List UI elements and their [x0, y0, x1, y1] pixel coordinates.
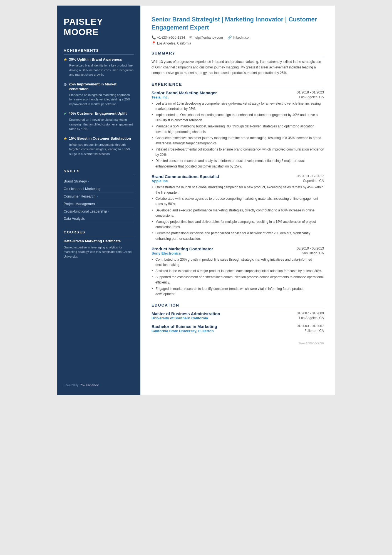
main-content: Senior Brand Strategist | Marketing Inno… [140, 6, 335, 395]
edu-date: 01/2003 - 01/2007 [297, 324, 324, 329]
exp-company: Tesla, Inc. [152, 95, 169, 99]
skill-label: Consumer Research [64, 194, 96, 198]
bullet-item: Orchestrated the launch of a global mark… [152, 185, 324, 195]
education-section: EDUCATION Master of Business Administrat… [152, 303, 324, 333]
summary-text: With 13 years of progressive experience … [152, 59, 324, 76]
exp-company: Apple Inc. [152, 179, 169, 183]
achievement-title-text: 15% Boost in Customer Satisfaction [69, 136, 131, 141]
experience-list: Senior Brand Marketing Manager 01/2018 -… [152, 90, 324, 297]
bullet-item: Supported the establishment of a streaml… [152, 275, 324, 285]
edu-date: 01/2007 - 01/2009 [297, 311, 324, 316]
exp-job-title: Senior Brand Marketing Manager [152, 90, 217, 95]
exp-job-title: Product Marketing Coordinator [152, 246, 213, 251]
enhancv-icon [80, 383, 85, 387]
achievement-item: ⊙ 25% Improvement in Market Penetration … [64, 82, 134, 106]
edu-row: California State University, Fullerton F… [152, 329, 324, 333]
email-item: ✉ help@enhancv.com [189, 35, 223, 40]
exp-header: Brand Communications Specialist 06/2013 … [152, 174, 324, 179]
location-icon: 📍 [152, 41, 156, 45]
location-text: Los Angeles, California [157, 41, 191, 45]
skill-label: Omnichannel Marketing [64, 187, 100, 191]
exp-bullets: Contributed to a 20% growth in product l… [152, 257, 324, 297]
resume-container: PAISLEY MOORE ACHIEVEMENTS ★ 30% Uplift … [57, 6, 335, 395]
skills-section: SKILLS Brand Strategy·Omnichannel Market… [64, 169, 134, 222]
bullet-item: Conducted extensive customer journey map… [152, 135, 324, 146]
achievement-title-text: 25% Improvement in Market Penetration [69, 82, 134, 92]
name-block: PAISLEY MOORE [64, 17, 134, 37]
exp-location: Cupertino, CA [303, 179, 324, 183]
job-title: Senior Brand Strategist | Marketing Inno… [152, 16, 324, 31]
phone-text: +1-(234)-555-1234 [157, 36, 185, 40]
achievement-item: ★ 15% Boost in Customer Satisfaction Inf… [64, 136, 134, 156]
powered-label: Powered by [64, 384, 78, 387]
linkedin-icon: 🔗 [227, 35, 232, 40]
summary-title: SUMMARY [152, 51, 324, 57]
education-list: Master of Business Administration 01/200… [152, 311, 324, 333]
phone-icon: 📞 [152, 35, 156, 40]
courses-title: COURSES [64, 230, 134, 236]
edu-header: Master of Business Administration 01/200… [152, 311, 324, 316]
experience-title: EXPERIENCE [152, 82, 324, 88]
summary-section: SUMMARY With 13 years of progressive exp… [152, 51, 324, 76]
achievement-item: ★ 30% Uplift in Brand Awareness Revitali… [64, 57, 134, 77]
achievement-desc: Pioneered an integrated marketing approa… [64, 93, 134, 107]
achievement-desc: Revitalized brand identity for a key pro… [64, 63, 134, 77]
bullet-item: Implemented an Omnichannel marketing cam… [152, 112, 324, 123]
exp-company: Sony Electronics [152, 251, 181, 255]
edu-school: University of Southern California [152, 316, 208, 320]
powered-by-section: Powered by Enhancv [64, 378, 134, 387]
skill-item: Cross-functional Leadership· [64, 208, 134, 215]
skill-dot: · [97, 202, 98, 206]
job-title-block: Senior Brand Strategist | Marketing Inno… [152, 16, 324, 31]
exp-date: 01/2018 - 01/2023 [297, 90, 324, 94]
exp-job-title: Brand Communications Specialist [152, 174, 219, 179]
exp-company-row: Sony Electronics San Diego, CA [152, 251, 324, 255]
achievements-title: ACHIEVEMENTS [64, 48, 134, 55]
exp-date: 06/2013 - 12/2017 [297, 174, 324, 178]
achievement-title-text: 40% Customer Engagement Uplift [69, 111, 127, 116]
linkedin-item: 🔗 linkedin.com [227, 35, 252, 40]
skills-list: Brand Strategy·Omnichannel Marketing·Con… [64, 178, 134, 222]
exp-header: Senior Brand Marketing Manager 01/2018 -… [152, 90, 324, 95]
edu-degree: Bachelor of Science in Marketing [152, 324, 217, 329]
bullet-item: Cultivated professional expertise and pe… [152, 231, 324, 241]
skill-item: Omnichannel Marketing· [64, 185, 134, 193]
bullet-item: Managed a $5M marketing budget, maximizi… [152, 124, 324, 134]
phone-item: 📞 +1-(234)-555-1234 [152, 35, 185, 40]
bullet-item: Collaborated with creative agencies to p… [152, 196, 324, 207]
exp-bullets: Led a team of 10 in developing a compreh… [152, 101, 324, 169]
skill-dot: · [88, 179, 89, 184]
education-entry: Master of Business Administration 01/200… [152, 311, 324, 320]
achievement-title: ✔ 40% Customer Engagement Uplift [64, 111, 134, 116]
experience-entry: Product Marketing Coordinator 03/2010 - … [152, 246, 324, 297]
exp-bullets: Orchestrated the launch of a global mark… [152, 185, 324, 241]
linkedin-text: linkedin.com [233, 36, 252, 40]
bullet-item: Directed consumer research and analysis … [152, 158, 324, 169]
edu-row: University of Southern California Los An… [152, 316, 324, 320]
skills-title: SKILLS [64, 169, 134, 175]
achievement-title: ★ 30% Uplift in Brand Awareness [64, 57, 134, 62]
edu-header: Bachelor of Science in Marketing 01/2003… [152, 324, 324, 329]
bullet-item: Contributed to a 20% growth in product l… [152, 257, 324, 268]
email-icon: ✉ [189, 35, 192, 40]
bullet-item: Assisted in the execution of 4 major pro… [152, 268, 324, 274]
exp-location: Los Angeles, CA [299, 95, 324, 99]
star-icon: ★ [64, 58, 67, 62]
skill-dot: · [101, 187, 103, 191]
achievement-desc: Engineered an innovative digital marketi… [64, 117, 134, 131]
experience-entry: Senior Brand Marketing Manager 01/2018 -… [152, 90, 324, 169]
bullet-item: Managed project timelines and deliverabl… [152, 219, 324, 230]
contact-row: 📞 +1-(234)-555-1234 ✉ help@enhancv.com 🔗… [152, 35, 324, 40]
sidebar: PAISLEY MOORE ACHIEVEMENTS ★ 30% Uplift … [57, 6, 140, 395]
edu-location: Los Angeles, CA [299, 316, 324, 320]
skill-dot: · [97, 194, 98, 199]
education-entry: Bachelor of Science in Marketing 01/2003… [152, 324, 324, 333]
skill-label: Cross-functional Leadership [64, 209, 107, 213]
skill-item: Brand Strategy· [64, 178, 134, 185]
bullet-item: Engaged in market research to identify c… [152, 286, 324, 297]
exp-header: Product Marketing Coordinator 03/2010 - … [152, 246, 324, 251]
achievement-title: ⊙ 25% Improvement in Market Penetration [64, 82, 134, 92]
course-title: Data-Driven Marketing Certificate [64, 239, 134, 244]
email-text: help@enhancv.com [193, 36, 223, 40]
skill-label: Brand Strategy [64, 179, 87, 183]
